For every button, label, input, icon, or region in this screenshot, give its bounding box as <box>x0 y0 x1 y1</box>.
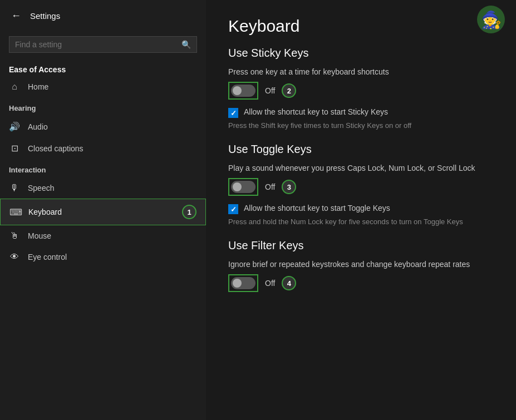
mouse-icon: 🖱 <box>9 231 20 241</box>
sticky-keys-description: Press one key at a time for keyboard sho… <box>228 67 494 76</box>
toggle-keys-badge: 3 <box>282 180 296 194</box>
toggle-keys-checkbox[interactable]: ✓ <box>228 204 238 214</box>
home-nav-item[interactable]: ⌂ Home <box>0 76 206 97</box>
audio-icon: 🔊 <box>9 121 20 132</box>
sticky-keys-toggle-outline <box>228 82 258 100</box>
back-button[interactable]: ← <box>9 8 23 24</box>
sticky-keys-checkbox[interactable]: ✓ <box>228 108 238 118</box>
interaction-section-label: Interaction <box>0 159 206 177</box>
avatar-area: 🧙 <box>477 6 505 33</box>
hearing-section-label: Hearing <box>0 97 206 116</box>
filter-keys-section: Use Filter Keys Ignore brief or repeated… <box>228 239 494 292</box>
speech-label: Speech <box>28 184 54 192</box>
sticky-keys-section: Use Sticky Keys Press one key at a time … <box>228 47 494 130</box>
sticky-keys-toggle[interactable] <box>231 85 255 97</box>
search-icon: 🔍 <box>181 40 191 49</box>
avatar-icon: 🧙 <box>481 10 502 29</box>
eye-control-label: Eye control <box>28 253 67 261</box>
search-input[interactable] <box>15 40 177 49</box>
search-box[interactable]: 🔍 <box>9 36 197 53</box>
filter-keys-title: Use Filter Keys <box>228 239 494 252</box>
sticky-keys-hint: Press the Shift key five times to turn S… <box>228 121 494 130</box>
sticky-keys-checkmark: ✓ <box>230 109 237 117</box>
toggle-keys-toggle[interactable] <box>231 181 255 193</box>
filter-keys-toggle-label: Off <box>265 279 275 288</box>
sticky-keys-title: Use Sticky Keys <box>228 47 494 60</box>
toggle-keys-title: Use Toggle Keys <box>228 143 494 156</box>
speech-icon: 🎙 <box>9 183 20 193</box>
filter-keys-toggle[interactable] <box>231 277 255 289</box>
sidebar-item-closed-captions[interactable]: ⊡ Closed captions <box>0 137 206 159</box>
sticky-keys-toggle-knob <box>233 86 242 95</box>
toggle-keys-toggle-knob <box>233 182 242 191</box>
filter-keys-toggle-outline <box>228 274 258 292</box>
sidebar: ← Settings 🔍 Ease of Access ⌂ Home Heari… <box>0 0 206 420</box>
toggle-keys-toggle-row: Off 3 <box>228 178 494 196</box>
keyboard-badge: 1 <box>182 205 196 219</box>
filter-keys-badge: 4 <box>282 276 296 290</box>
sticky-keys-toggle-row: Off 2 <box>228 82 494 100</box>
keyboard-icon: ⌨ <box>9 207 21 218</box>
sticky-keys-checkbox-label: Allow the shortcut key to start Sticky K… <box>244 107 388 116</box>
audio-label: Audio <box>28 122 48 131</box>
toggle-keys-checkbox-row: ✓ Allow the shortcut key to start Toggle… <box>228 204 494 214</box>
sidebar-title: Settings <box>30 11 60 21</box>
sidebar-header: ← Settings <box>0 0 206 32</box>
sidebar-item-mouse[interactable]: 🖱 Mouse <box>0 225 206 246</box>
toggle-keys-checkmark: ✓ <box>230 205 237 214</box>
toggle-keys-toggle-label: Off <box>265 182 275 191</box>
toggle-keys-hint: Press and hold the Num Lock key for five… <box>228 218 494 226</box>
filter-keys-description: Ignore brief or repeated keystrokes and … <box>228 260 494 269</box>
toggle-keys-section: Use Toggle Keys Play a sound whenever yo… <box>228 143 494 226</box>
sticky-keys-checkbox-row: ✓ Allow the shortcut key to start Sticky… <box>228 107 494 118</box>
keyboard-label: Keyboard <box>28 207 62 216</box>
ease-of-access-label: Ease of Access <box>0 60 206 76</box>
main-content: 🧙 Keyboard Use Sticky Keys Press one key… <box>206 0 516 420</box>
sticky-keys-toggle-label: Off <box>265 86 275 95</box>
filter-keys-toggle-knob <box>233 279 242 288</box>
toggle-keys-description: Play a sound whenever you press Caps Loc… <box>228 164 494 172</box>
sidebar-item-audio[interactable]: 🔊 Audio <box>0 116 206 137</box>
eye-control-icon: 👁 <box>9 252 20 262</box>
page-title: Keyboard <box>228 17 494 36</box>
toggle-keys-toggle-outline <box>228 178 258 196</box>
sidebar-item-eye-control[interactable]: 👁 Eye control <box>0 246 206 268</box>
toggle-keys-checkbox-label: Allow the shortcut key to start Toggle K… <box>244 204 390 213</box>
closed-captions-icon: ⊡ <box>9 143 20 154</box>
sticky-keys-badge: 2 <box>282 83 296 98</box>
mouse-label: Mouse <box>28 231 51 240</box>
sidebar-item-keyboard[interactable]: ⌨ Keyboard 1 <box>0 199 206 225</box>
sidebar-item-speech[interactable]: 🎙 Speech <box>0 177 206 199</box>
home-icon: ⌂ <box>9 82 20 92</box>
filter-keys-toggle-row: Off 4 <box>228 274 494 292</box>
avatar: 🧙 <box>477 6 505 33</box>
home-label: Home <box>28 82 48 91</box>
closed-captions-label: Closed captions <box>28 144 83 153</box>
